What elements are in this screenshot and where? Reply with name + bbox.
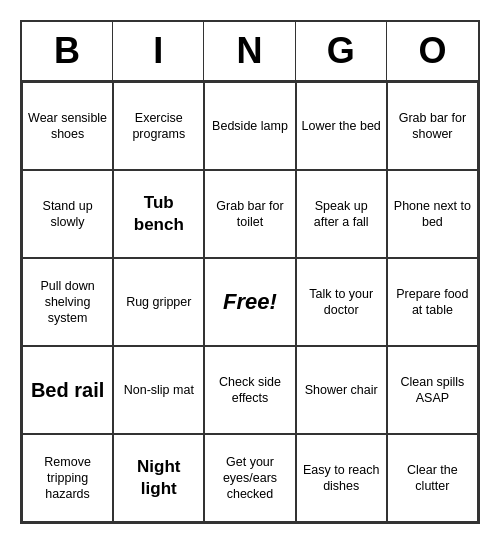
bingo-cell-11: Rug gripper bbox=[113, 258, 204, 346]
bingo-cell-13: Talk to your doctor bbox=[296, 258, 387, 346]
bingo-cell-19: Clean spills ASAP bbox=[387, 346, 478, 434]
bingo-letter-n: N bbox=[204, 22, 295, 80]
bingo-card: BINGO Wear sensible shoesExercise progra… bbox=[20, 20, 480, 524]
bingo-cell-23: Easy to reach dishes bbox=[296, 434, 387, 522]
bingo-cell-2: Bedside lamp bbox=[204, 82, 295, 170]
bingo-letter-g: G bbox=[296, 22, 387, 80]
bingo-cell-17: Check side effects bbox=[204, 346, 295, 434]
bingo-cell-3: Lower the bed bbox=[296, 82, 387, 170]
bingo-cell-18: Shower chair bbox=[296, 346, 387, 434]
bingo-cell-20: Remove tripping hazards bbox=[22, 434, 113, 522]
bingo-cell-16: Non-slip mat bbox=[113, 346, 204, 434]
bingo-cell-21: Night light bbox=[113, 434, 204, 522]
bingo-letter-b: B bbox=[22, 22, 113, 80]
bingo-grid: Wear sensible shoesExercise programsBeds… bbox=[22, 82, 478, 522]
bingo-header: BINGO bbox=[22, 22, 478, 82]
bingo-cell-14: Prepare food at table bbox=[387, 258, 478, 346]
bingo-cell-12: Free! bbox=[204, 258, 295, 346]
bingo-cell-15: Bed rail bbox=[22, 346, 113, 434]
bingo-cell-5: Stand up slowly bbox=[22, 170, 113, 258]
bingo-letter-o: O bbox=[387, 22, 478, 80]
bingo-cell-6: Tub bench bbox=[113, 170, 204, 258]
bingo-cell-10: Pull down shelving system bbox=[22, 258, 113, 346]
bingo-letter-i: I bbox=[113, 22, 204, 80]
bingo-cell-24: Clear the clutter bbox=[387, 434, 478, 522]
bingo-cell-9: Phone next to bed bbox=[387, 170, 478, 258]
bingo-cell-4: Grab bar for shower bbox=[387, 82, 478, 170]
bingo-cell-1: Exercise programs bbox=[113, 82, 204, 170]
bingo-cell-0: Wear sensible shoes bbox=[22, 82, 113, 170]
bingo-cell-8: Speak up after a fall bbox=[296, 170, 387, 258]
bingo-cell-22: Get your eyes/ears checked bbox=[204, 434, 295, 522]
bingo-cell-7: Grab bar for toilet bbox=[204, 170, 295, 258]
